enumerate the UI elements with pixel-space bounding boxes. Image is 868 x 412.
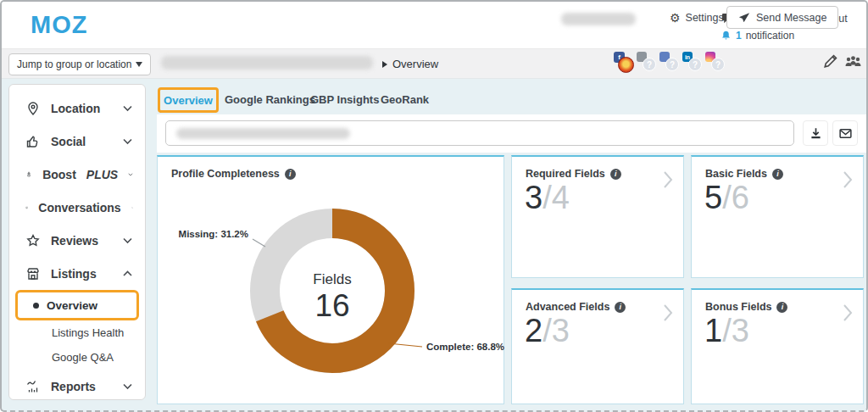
jump-to-location-select[interactable]: Jump to group or location	[8, 53, 151, 75]
gear-icon: ⚙	[670, 12, 681, 24]
people-group-icon	[844, 54, 862, 69]
breadcrumb-arrow-icon	[382, 61, 387, 68]
redacted-breadcrumb-location	[161, 56, 373, 70]
sidebar-item-location[interactable]: Location	[9, 92, 145, 125]
social-instagram[interactable]: ?	[705, 52, 726, 74]
redacted-filter-value	[176, 128, 350, 139]
card-title: Basic Fields	[705, 168, 767, 180]
sidebar-item-reports[interactable]: Reports	[9, 370, 145, 403]
tab-georank[interactable]: GeoRank	[381, 93, 429, 106]
bonus-fields-card[interactable]: Bonus Fields i 1/3	[691, 288, 864, 404]
value-numerator: 5	[704, 180, 722, 215]
sidebar-item-label: Conversations	[38, 201, 120, 214]
download-button[interactable]	[803, 120, 828, 146]
team-button[interactable]	[844, 54, 862, 72]
tab-gbp-insights[interactable]: GBP Insights	[310, 93, 379, 106]
dropdown-arrow-icon	[136, 62, 142, 67]
card-value: 2/3	[512, 313, 683, 350]
sidebar-item-label: Social	[51, 135, 86, 148]
download-icon	[809, 126, 823, 141]
social-linkedin[interactable]: in ?	[682, 52, 703, 74]
thumbs-up-icon	[25, 134, 41, 149]
speech-bubble-icon	[25, 200, 28, 215]
star-icon	[25, 233, 41, 248]
card-title: Bonus Fields	[705, 301, 771, 313]
settings-label: Settings	[686, 12, 724, 24]
tab-overview[interactable]: Overview	[158, 87, 219, 113]
chevron-down-icon	[122, 105, 133, 112]
social-foursquare[interactable]: ?	[659, 52, 680, 74]
advanced-fields-card[interactable]: Advanced Fields i 2/3	[511, 288, 684, 404]
filter-panel	[157, 114, 868, 153]
sidebar-item-listings-health[interactable]: Listings Health	[9, 320, 145, 345]
question-badge: ?	[643, 58, 656, 71]
required-fields-card[interactable]: Required Fields i 3/4	[511, 155, 684, 278]
basic-fields-card[interactable]: Basic Fields i 5/6	[691, 155, 864, 278]
sidebar-item-boost-plus[interactable]: Boost PLUS	[9, 158, 145, 191]
location-filter-input[interactable]	[165, 120, 794, 146]
chevron-down-icon	[122, 383, 133, 390]
chevron-right-icon	[843, 170, 853, 189]
email-button[interactable]	[832, 120, 858, 146]
info-icon[interactable]: i	[610, 169, 621, 180]
profile-completeness-card: Profile Completeness i Fields 16 Missing…	[157, 155, 504, 404]
moz-logo[interactable]: MOZ	[31, 11, 87, 39]
breadcrumb-current: Overview	[392, 58, 438, 70]
sidebar-item-label: Location	[51, 102, 100, 115]
sidebar-item-overview-active[interactable]: Overview	[15, 290, 139, 320]
chevron-right-icon	[663, 303, 673, 322]
sidebar-item-social[interactable]: Social	[9, 125, 145, 158]
value-denominator: /3	[722, 313, 749, 348]
card-title: Required Fields	[526, 168, 605, 180]
chevron-right-icon	[843, 303, 853, 322]
missing-leader-line	[253, 239, 265, 247]
social-twitter[interactable]: ?	[637, 52, 657, 74]
chevron-down-icon	[128, 171, 133, 178]
reports-chart-icon	[25, 379, 41, 394]
info-icon[interactable]: i	[776, 302, 787, 313]
sidebar-item-label: Boost	[42, 168, 76, 181]
moz-local-dashboard: MOZ ⚙ Settings Messages Sign Out 1 notif…	[0, 0, 868, 412]
location-pin-icon	[25, 101, 41, 116]
value-numerator: 2	[525, 313, 542, 348]
info-icon[interactable]: i	[772, 169, 783, 180]
breadcrumb: Overview	[382, 58, 438, 70]
notification-link[interactable]: 1 notification	[721, 30, 794, 42]
chevron-down-icon	[122, 138, 133, 145]
donut-complete-label: Complete: 68.8%	[426, 342, 504, 352]
tab-google-rankings[interactable]: Google Rankings	[225, 93, 315, 106]
sidebar-subitem-label: Google Q&A	[52, 351, 114, 364]
sidebar-item-conversations[interactable]: Conversations	[9, 191, 145, 224]
edit-pencil-button[interactable]	[822, 53, 838, 73]
donut-center-label: Fields	[313, 271, 351, 287]
bell-icon	[721, 30, 732, 42]
settings-link[interactable]: ⚙ Settings	[670, 12, 724, 24]
sidebar-item-label: Reviews	[51, 234, 98, 248]
sidebar-item-suffix: PLUS	[86, 168, 118, 181]
question-badge: ?	[711, 58, 725, 71]
card-value: 3/4	[512, 180, 683, 217]
card-value: 1/3	[692, 313, 863, 350]
sidebar-subitem-label: Listings Health	[52, 326, 124, 339]
social-facebook[interactable]: f	[614, 52, 634, 74]
pencil-icon	[822, 53, 838, 70]
chevron-down-icon	[122, 237, 133, 244]
info-icon[interactable]: i	[615, 302, 626, 313]
value-denominator: /4	[542, 180, 570, 215]
sidebar-subitem-label: Overview	[47, 299, 97, 312]
send-message-button[interactable]: Send Message	[726, 6, 838, 29]
card-title: Advanced Fields	[526, 301, 609, 313]
sidebar-item-reviews[interactable]: Reviews	[9, 224, 145, 257]
sidebar-item-label: Reports	[51, 380, 96, 393]
social-profiles: f ? ? in ? ?	[614, 52, 726, 74]
card-value: 5/6	[692, 180, 863, 217]
chevron-down-icon	[131, 204, 133, 211]
sidebar-item-listings[interactable]: Listings	[9, 257, 145, 290]
jump-select-label: Jump to group or location	[17, 58, 131, 70]
sidebar-item-google-qa[interactable]: Google Q&A	[9, 345, 145, 370]
value-numerator: 3	[525, 180, 542, 215]
send-message-label: Send Message	[756, 12, 826, 24]
active-bullet-icon	[33, 303, 39, 309]
question-badge: ?	[688, 58, 702, 71]
redacted-account-name	[561, 13, 636, 25]
